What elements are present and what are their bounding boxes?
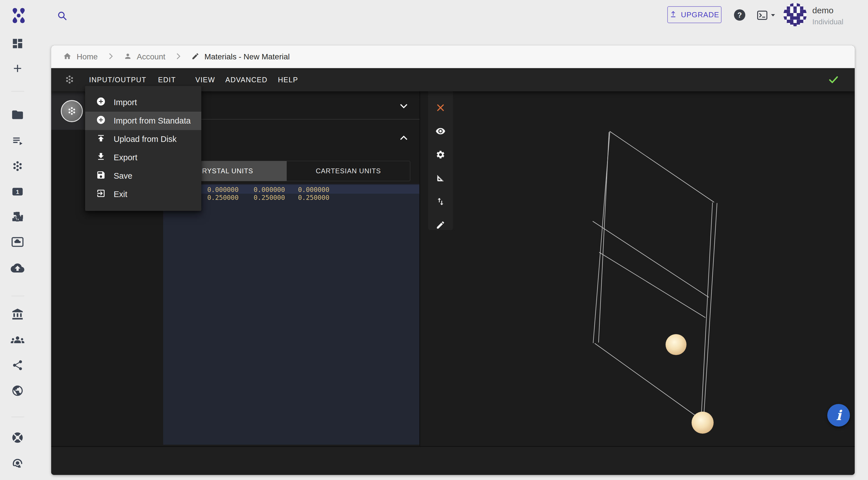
menu-advanced[interactable]: ADVANCED [225, 76, 268, 84]
user-name: demo [812, 6, 834, 15]
menu-help[interactable]: HELP [278, 76, 298, 84]
basis-coordinate: 0.250000 [254, 194, 285, 201]
user-avatar[interactable] [783, 3, 807, 26]
menu-item-label: Exit [114, 190, 127, 199]
check-icon[interactable] [828, 74, 839, 87]
breadcrumb-current: Materials - New Material [205, 52, 290, 61]
terminal-icon [756, 10, 768, 20]
card-footer [51, 447, 855, 475]
help-button[interactable]: ? [734, 9, 745, 21]
sidebar-item-jobs[interactable] [11, 134, 24, 148]
tab-cartesian-units[interactable]: CARTESIAN UNITS [287, 161, 410, 181]
upgrade-icon [670, 10, 677, 20]
viewer-3d[interactable]: i [420, 91, 855, 446]
sidebar-divider [11, 91, 24, 92]
molecule-fab-button[interactable] [61, 100, 83, 122]
menu-item-import[interactable]: Import [85, 93, 201, 111]
sidebar-item-new[interactable] [11, 62, 24, 75]
basis-coordinate: 0.000000 [298, 186, 330, 193]
sidebar-item-media-cloud[interactable] [11, 235, 24, 249]
info-button[interactable]: i [827, 404, 850, 426]
menu-item-label: Export [114, 153, 137, 162]
sidebar-item-cloud-upload[interactable] [11, 261, 24, 275]
menu-item-import-from-standata[interactable]: Import from Standata [85, 111, 201, 130]
exit-icon [96, 189, 106, 200]
breadcrumb: Home Account Materials - New Material [51, 45, 855, 68]
gear-icon[interactable] [435, 150, 446, 160]
menu-item-save[interactable]: Save [85, 167, 201, 185]
caret-down-icon [770, 13, 776, 17]
pencil-icon[interactable] [435, 220, 446, 230]
basis-coordinate: 0.000000 [207, 186, 239, 193]
menu-edit[interactable]: EDIT [158, 76, 176, 84]
ruler-icon[interactable] [435, 173, 446, 183]
chevron-right-icon [176, 53, 181, 61]
breadcrumb-account[interactable]: Account [137, 52, 165, 61]
sidebar-divider [11, 296, 24, 296]
pencil-icon [191, 52, 199, 61]
menu-item-export[interactable]: Export [85, 149, 201, 167]
menu-item-label: Import from Standata [114, 116, 191, 126]
info-label: i [836, 407, 841, 423]
swap-vert-icon[interactable] [435, 196, 446, 206]
chevron-up-icon[interactable] [400, 135, 408, 142]
sidebar-item-projects[interactable] [11, 108, 24, 122]
basis-coordinate: 0.250000 [207, 194, 239, 201]
menu-item-label: Save [114, 171, 132, 181]
sidebar-item-entity-bank[interactable]: 1 [11, 185, 24, 198]
viewer-toolbar [428, 91, 453, 230]
user-plan: Individual [812, 18, 843, 26]
basis-coordinate: 0.250000 [298, 194, 330, 201]
search-icon[interactable] [57, 11, 67, 21]
basis-editor[interactable]: 0.000000 0.000000 0.000000 0.250000 0.25… [163, 184, 419, 445]
editor-row: 0.000000 0.000000 0.000000 [163, 186, 419, 193]
sidebar-item-contact-agent[interactable] [11, 456, 24, 470]
panel-corner-highlight [51, 91, 87, 130]
app-logo[interactable] [10, 6, 28, 25]
atom-sphere[interactable] [665, 334, 686, 355]
help-question-label: ? [737, 11, 742, 20]
add-circle-icon [96, 97, 106, 108]
input-output-menu: Import Import from Standata Upload from … [85, 86, 201, 211]
sidebar-item-materials[interactable] [11, 159, 24, 173]
atom-sphere[interactable] [691, 412, 714, 434]
sidebar-divider [11, 417, 24, 417]
menu-item-label: Import [114, 98, 137, 107]
svg-text:1: 1 [16, 189, 19, 195]
sidebar-item-dashboard[interactable] [11, 37, 24, 50]
sidebar-item-institution[interactable] [11, 308, 24, 321]
upgrade-label: UPGRADE [681, 10, 719, 19]
basis-coordinate: 0.000000 [254, 186, 285, 193]
sidebar-item-support[interactable] [11, 431, 24, 444]
home-icon [63, 52, 71, 62]
sidebar-item-teams[interactable] [11, 333, 24, 347]
menu-item-upload-from-disk[interactable]: Upload from Disk [85, 130, 201, 149]
upload-icon [96, 133, 106, 145]
main-card: Home Account Materials - New Material IN… [51, 45, 855, 475]
sidebar-item-web[interactable] [11, 384, 24, 397]
menu-item-exit[interactable]: Exit [85, 185, 201, 203]
save-icon [96, 170, 106, 182]
breadcrumb-home[interactable]: Home [76, 52, 98, 61]
unit-cell-wireframe [420, 91, 855, 446]
upgrade-button[interactable]: UPGRADE [667, 6, 721, 23]
sidebar-item-workflows[interactable] [11, 210, 24, 223]
menu-view[interactable]: VIEW [195, 76, 215, 84]
sidebar-item-share[interactable] [11, 358, 24, 372]
chevron-right-icon [108, 53, 113, 61]
close-icon[interactable] [435, 103, 446, 113]
menu-input-output[interactable]: INPUT/OUTPUT [89, 76, 147, 84]
download-icon [96, 152, 106, 163]
chevron-down-icon[interactable] [400, 103, 408, 110]
menu-item-label: Upload from Disk [114, 134, 177, 144]
editor-row: 0.250000 0.250000 0.250000 [163, 193, 419, 201]
console-menu-button[interactable] [756, 10, 776, 20]
add-circle-icon [96, 115, 106, 127]
person-icon [124, 52, 132, 61]
molecule-dots-icon[interactable] [64, 74, 75, 87]
eye-icon[interactable] [435, 126, 446, 136]
